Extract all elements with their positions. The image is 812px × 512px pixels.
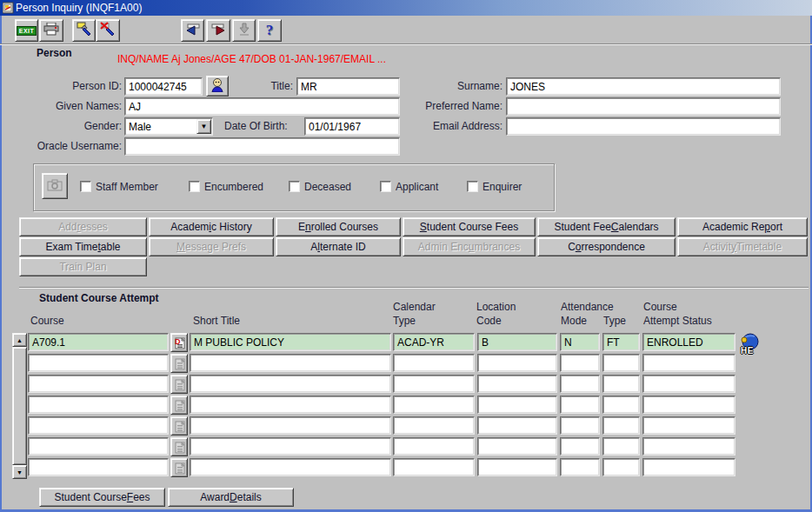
exam-timetable-button[interactable]: Exam Timetable (19, 237, 147, 256)
scroll-up-button[interactable]: ▲ (12, 333, 27, 347)
calendar-type-cell[interactable] (393, 354, 475, 372)
attendance-mode-cell[interactable] (560, 416, 600, 435)
attendance-type-cell[interactable] (602, 375, 640, 393)
location-code-cell[interactable] (477, 375, 557, 393)
chevron-down-icon[interactable]: ▼ (196, 119, 211, 134)
attendance-mode-cell[interactable] (560, 437, 600, 455)
course-cell[interactable] (28, 416, 169, 435)
course-detail-button[interactable]: D (170, 333, 188, 352)
date-of-birth-field[interactable]: 01/01/1967 (304, 117, 400, 136)
attendance-mode-cell[interactable]: N (560, 333, 600, 351)
calendar-type-cell[interactable] (393, 416, 475, 435)
given-names-label: Given Names: (26, 100, 122, 112)
footer-student-course-fees-button[interactable]: Student Course Fees (39, 488, 165, 507)
table-scrollbar-thumb[interactable] (12, 347, 27, 465)
next-block-button[interactable] (206, 19, 230, 42)
attendance-type-cell[interactable] (602, 458, 640, 476)
academic-report-button[interactable]: Academic Report (677, 217, 808, 236)
award-details-button[interactable]: Award Details (168, 488, 294, 507)
encumbered-checkbox[interactable] (189, 181, 200, 192)
short-title-cell[interactable] (190, 458, 391, 476)
deceased-checkbox[interactable] (289, 181, 300, 192)
calendar-type-cell[interactable] (393, 396, 475, 414)
photo-button (42, 173, 68, 199)
alternate-id-button[interactable]: Alternate ID (276, 237, 401, 256)
staff-member-checkbox[interactable] (80, 181, 91, 192)
message-prefs-button: Message Prefs (149, 237, 274, 256)
attempt-status-cell[interactable] (642, 354, 735, 372)
email-address-field[interactable] (506, 117, 781, 136)
attempt-status-cell[interactable] (642, 437, 735, 455)
calendar-type-cell[interactable] (393, 458, 475, 476)
short-title-cell[interactable] (190, 354, 391, 372)
short-title-cell[interactable]: M PUBLIC POLICY (190, 333, 391, 351)
location-code-cell[interactable] (477, 396, 557, 414)
attendance-type-cell[interactable]: FT (602, 333, 640, 351)
attempt-status-cell[interactable] (642, 458, 735, 476)
course-cell[interactable]: A709.1 (28, 333, 169, 351)
calendar-type-cell[interactable] (393, 375, 475, 393)
insert-record-icon (238, 23, 250, 39)
location-code-cell[interactable] (477, 458, 557, 476)
short-title-cell[interactable] (190, 396, 391, 414)
attempt-status-cell[interactable] (642, 416, 735, 435)
course-cell[interactable] (28, 437, 169, 455)
enquirer-checkbox[interactable] (467, 181, 478, 192)
short-title-cell[interactable] (190, 375, 391, 393)
course-cell[interactable] (28, 396, 169, 414)
location-code-cell[interactable] (477, 416, 557, 435)
course-detail-button (170, 458, 188, 477)
enter-query-button[interactable] (72, 19, 96, 42)
location-code-cell[interactable] (477, 437, 557, 455)
student-course-fees-button[interactable]: Student Course Fees (403, 217, 536, 236)
status-header-line2: Attempt Status (643, 315, 712, 327)
course-cell[interactable] (28, 354, 169, 372)
attendance-type-cell[interactable] (602, 416, 640, 435)
exit-button[interactable]: EXIT (15, 19, 38, 42)
attempt-status-cell[interactable]: ENROLLED (642, 333, 735, 351)
location-code-cell[interactable] (477, 354, 557, 372)
location-code-cell[interactable]: B (477, 333, 557, 351)
attendance-type-cell[interactable] (602, 437, 640, 455)
short-title-cell[interactable] (190, 437, 391, 455)
oracle-username-field[interactable] (124, 137, 400, 156)
given-names-field[interactable]: AJ (124, 97, 400, 116)
toolbar-divider (0, 43, 812, 45)
short-title-cell[interactable] (190, 416, 391, 435)
help-button[interactable]: ? (257, 19, 282, 42)
person-id-field[interactable]: 1000042745 (124, 77, 203, 96)
attendance-mode-cell[interactable] (560, 375, 600, 393)
correspondence-button[interactable]: Correspondence (537, 237, 676, 256)
date-of-birth-label: Date Of Birth: (224, 120, 288, 132)
surname-field[interactable]: JONES (506, 77, 781, 96)
attendance-mode-cell[interactable] (560, 458, 600, 476)
attendance-mode-cell[interactable] (560, 354, 600, 372)
applicant-checkbox[interactable] (380, 181, 391, 192)
attendance-type-cell[interactable] (602, 396, 640, 414)
applicant-label: Applicant (396, 181, 438, 193)
previous-block-button[interactable] (181, 19, 204, 42)
attempt-status-cell[interactable] (642, 375, 735, 393)
attendance-mode-cell[interactable] (560, 396, 600, 414)
course-cell[interactable] (28, 458, 169, 476)
train-plan-button: Train Plan (19, 257, 147, 276)
attendance-type-cell[interactable] (602, 354, 640, 372)
calendar-type-cell[interactable] (393, 437, 475, 455)
calendar-type-cell[interactable]: ACAD-YR (393, 333, 475, 351)
student-fee-calendars-button[interactable]: Student Fee Calendars (537, 217, 676, 236)
title-field[interactable]: MR (296, 77, 400, 96)
admin-encumbrances-button: Admin Encumbrances (403, 237, 536, 256)
cancel-query-button[interactable] (96, 19, 120, 42)
gender-select[interactable]: Male ▼ (124, 117, 213, 136)
attempt-status-cell[interactable] (642, 396, 735, 414)
person-detail-button[interactable] (206, 76, 229, 96)
course-header: Course (30, 315, 64, 327)
he-globe-button[interactable]: HE (738, 332, 762, 358)
scroll-down-button[interactable]: ▼ (12, 465, 27, 479)
course-cell[interactable] (28, 375, 169, 393)
attendance-type-header: Type (603, 315, 626, 327)
enrolled-courses-button[interactable]: Enrolled Courses (276, 217, 401, 236)
academic-history-button[interactable]: Academic History (149, 217, 274, 236)
preferred-name-field[interactable] (506, 97, 781, 116)
print-button[interactable] (39, 19, 63, 42)
